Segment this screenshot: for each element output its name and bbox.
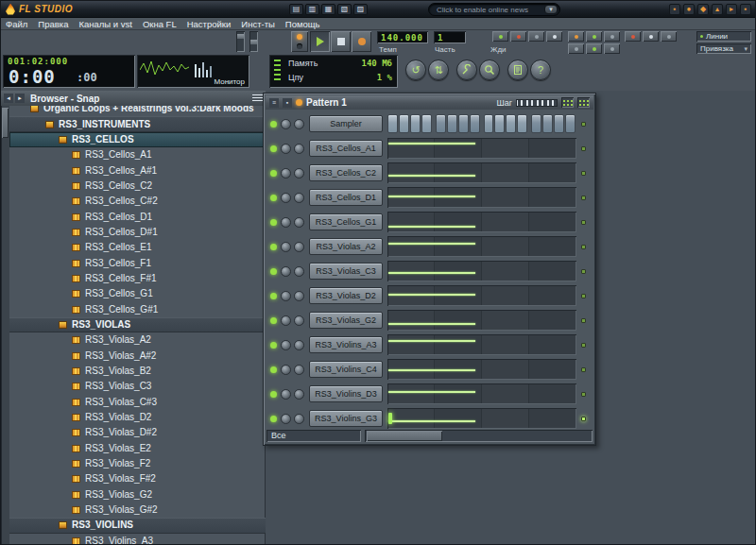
browser-sample-item[interactable]: RS3_Cellos_F#1 [9,271,266,286]
channel-select-led[interactable] [581,318,586,323]
channel-select-led[interactable] [581,417,586,421]
channel-enable-led[interactable] [270,244,277,250]
menu-item[interactable]: Файл [6,19,27,29]
note-preview[interactable] [387,334,576,355]
channel-button[interactable]: RS3_Violas_C3 [309,263,383,280]
pattern-selector[interactable]: Pattern 1 [306,97,347,108]
browser-sample-item[interactable]: RS3_Cellos_C#2 [9,194,266,209]
swing-slider[interactable] [516,99,558,107]
channel-select-led[interactable] [581,367,586,372]
layout-5-button[interactable]: ▨ [353,4,368,15]
step-button[interactable] [410,114,421,133]
browser-sample-item[interactable]: RS3_Violas_C3 [9,379,266,394]
browser-sample-item[interactable]: RS3_Violas_D#2 [9,425,266,440]
browser-sample-item[interactable]: RS3_Violas_F2 [9,456,266,471]
volume-knob[interactable] [294,119,304,129]
blend-notes-button[interactable] [586,31,602,42]
step-button[interactable] [517,114,527,133]
browser-sample-item[interactable]: RS3_Cellos_F1 [9,255,266,270]
channel-enable-led[interactable] [270,416,277,422]
pattern-display[interactable]: 1 [434,31,466,43]
menu-item[interactable]: Помощь [285,19,320,29]
menu-item[interactable]: Каналы и vst [78,19,131,29]
browser-sample-item[interactable]: RS3_Cellos_A1 [9,147,266,162]
browser-sample-item[interactable]: RS3_Violas_C#3 [9,395,266,410]
find-button[interactable] [479,60,500,80]
channel-select-led[interactable] [581,245,586,249]
loop-record-button[interactable] [568,31,584,42]
volume-knob[interactable] [294,365,304,375]
browser-back-button[interactable]: ◂ [4,94,13,103]
master-pitch-slider[interactable] [249,31,258,52]
layout-2-button[interactable]: ▥ [305,4,319,15]
menu-item[interactable]: Правка [38,19,68,29]
channel-enable-led[interactable] [270,391,277,398]
browser-sample-item[interactable]: RS3_Violas_G2 [9,487,266,502]
channel-enable-led[interactable] [270,195,277,201]
titlebar-shortcut-icon[interactable]: ▪ [740,4,751,15]
channel-select-led[interactable] [581,343,586,348]
channel-enable-led[interactable] [270,293,277,299]
titlebar-shortcut-icon[interactable]: ▪ [669,4,680,15]
step-button[interactable] [458,114,469,133]
volume-knob[interactable] [294,340,304,350]
note-preview[interactable] [387,261,576,281]
channel-select-led[interactable] [581,122,586,127]
browser-folder-item[interactable]: RS3_VIOLINS [9,518,266,533]
browser-sample-item[interactable]: RS3_Cellos_G#1 [9,301,266,316]
browser-pack-item[interactable]: Organic Loops + Realstrings vol.3:Dark M… [9,106,266,116]
rack-horizontal-scrollbar[interactable] [365,430,593,442]
browser-scrollbar-thumb[interactable] [2,108,9,138]
note-preview[interactable] [387,236,576,257]
pan-knob[interactable] [281,291,291,301]
channel-select-led[interactable] [581,220,586,225]
menu-item[interactable]: Инст-ты [241,19,275,29]
step-button[interactable] [542,114,553,133]
browser-sample-item[interactable]: RS3_Violas_E2 [9,441,266,456]
step-button[interactable] [447,114,457,133]
pan-knob[interactable] [281,365,291,375]
typing-keyboard-button[interactable] [492,31,508,42]
volume-knob[interactable] [294,389,304,400]
volume-knob[interactable] [294,144,304,154]
browser-header[interactable]: ◂ ▸ Browser - Snap [1,91,266,106]
volume-knob[interactable] [294,315,304,326]
step-edit-button[interactable] [604,31,620,42]
channel-enable-led[interactable] [270,317,277,324]
stop-button[interactable] [331,31,351,52]
note-preview[interactable] [387,383,576,404]
browser-folder-item[interactable]: RS3_INSTRUMENTS [9,116,266,131]
master-volume-thumb[interactable] [237,34,244,39]
lines-selector[interactable]: Линии [696,31,751,42]
pan-knob[interactable] [281,242,291,252]
channel-enable-led[interactable] [270,121,277,128]
channel-button[interactable]: RS3_Cellos_C2 [309,164,383,181]
channel-button[interactable]: RS3_Violins_C4 [309,361,383,378]
master-pitch-thumb[interactable] [250,40,257,44]
pan-knob[interactable] [281,414,291,424]
channel-enable-led[interactable] [270,219,277,226]
channel-enable-led[interactable] [270,342,277,349]
step-button[interactable] [506,114,516,133]
note-preview[interactable] [387,310,576,331]
channel-select-led[interactable] [581,392,586,397]
browser-menu-icon[interactable] [252,94,263,103]
channel-button[interactable]: RS3_Violas_D2 [309,287,383,304]
master-volume-slider[interactable] [236,31,245,52]
tempo-display[interactable]: 140.000 [377,31,428,43]
pan-knob[interactable] [281,144,291,154]
browser-sample-item[interactable]: RS3_Cellos_C2 [9,179,266,194]
browser-scrollbar[interactable] [1,106,9,545]
note-preview[interactable] [387,162,576,183]
online-news-panel[interactable]: Click to enable online news ▾ [428,3,560,16]
browser-folder-item[interactable]: RS3_CELLOS [9,132,266,147]
layout-4-button[interactable]: ▧ [337,4,352,15]
note-preview[interactable] [387,138,576,159]
graph-editor-button[interactable] [561,97,574,108]
browser-sample-item[interactable]: RS3_Violas_F#2 [9,471,266,486]
titlebar-shortcut-icon[interactable]: ▸ [726,4,737,15]
browser-folder-item[interactable]: RS3_VIOLAS [9,317,266,332]
channel-button[interactable]: RS3_Violins_A3 [309,336,383,353]
rack-scrollbar-thumb[interactable] [367,431,442,441]
step-button[interactable] [470,114,480,133]
